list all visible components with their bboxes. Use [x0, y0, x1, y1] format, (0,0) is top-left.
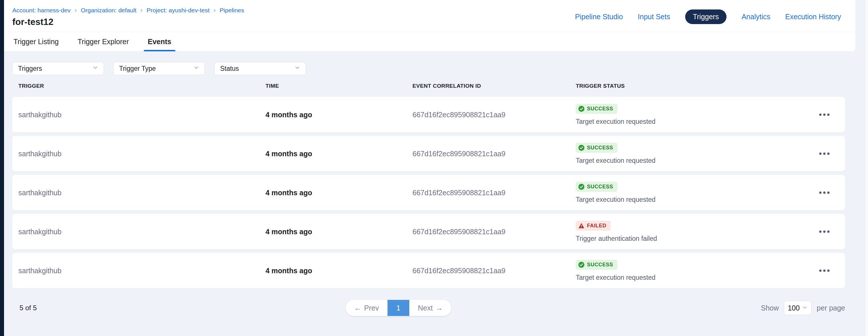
prev-label: Prev — [364, 304, 379, 312]
breadcrumb: Account: harness-dev › Organization: def… — [12, 7, 244, 14]
tab-events[interactable]: Events — [147, 32, 173, 51]
event-correlation-id: 667d16f2ec895908821c1aa9 — [412, 267, 576, 275]
tab-label: Trigger Listing — [13, 38, 59, 46]
filter-label: Trigger Type — [119, 65, 156, 72]
arrow-left-icon: ← — [354, 304, 361, 312]
status-detail: Target execution requested — [576, 196, 655, 204]
chevron-right-icon: › — [74, 7, 76, 14]
filter-bar: Triggers Trigger Type Status — [12, 62, 845, 75]
next-page-button[interactable]: Next → — [409, 300, 451, 316]
row-menu-cell — [805, 267, 845, 275]
breadcrumb-account-link[interactable]: Account: harness-dev — [12, 7, 71, 14]
column-header-trigger-status: TRIGGER STATUS — [576, 83, 805, 89]
table-header-row: TRIGGER TIME EVENT CORRELATION ID TRIGGE… — [12, 81, 845, 91]
column-header-event-correlation-id: EVENT CORRELATION ID — [412, 83, 576, 89]
breadcrumb-pipelines-link[interactable]: Pipelines — [220, 7, 244, 14]
status-label: SUCCESS — [587, 184, 613, 190]
chevron-down-icon — [802, 304, 808, 312]
event-correlation-id: 667d16f2ec895908821c1aa9 — [412, 189, 576, 197]
row-options-menu-button[interactable] — [818, 150, 831, 158]
check-circle-icon — [578, 145, 584, 151]
nav-input-sets-link[interactable]: Input Sets — [638, 12, 670, 21]
events-table-body: sarthakgithub 4 months ago 667d16f2ec895… — [12, 97, 845, 289]
status-badge: SUCCESS — [576, 104, 617, 114]
page-1-button[interactable]: 1 — [388, 300, 409, 316]
chevron-down-icon — [92, 65, 98, 72]
chevron-down-icon — [193, 65, 199, 72]
row-options-menu-button[interactable] — [818, 189, 831, 197]
breadcrumb-project-link[interactable]: Project: ayushi-dev-test — [147, 7, 210, 14]
trigger-status-cell: SUCCESS Target execution requested — [576, 104, 805, 126]
trigger-status-cell: SUCCESS Target execution requested — [576, 182, 805, 204]
event-time: 4 months ago — [266, 267, 412, 275]
chevron-right-icon: › — [214, 7, 216, 14]
status-detail: Target execution requested — [576, 274, 655, 281]
trigger-status-cell: SUCCESS Target execution requested — [576, 143, 805, 165]
tab-trigger-explorer[interactable]: Trigger Explorer — [76, 32, 130, 51]
row-options-menu-button[interactable] — [818, 111, 831, 119]
events-content: Triggers Trigger Type Status TRIGGER TIM… — [4, 52, 856, 316]
check-circle-icon — [578, 184, 584, 190]
trigger-status-cell: SUCCESS Target execution requested — [576, 260, 805, 281]
status-label: SUCCESS — [587, 145, 613, 151]
status-detail: Target execution requested — [576, 157, 655, 165]
breadcrumb-organization-link[interactable]: Organization: default — [81, 7, 136, 14]
tab-trigger-listing[interactable]: Trigger Listing — [12, 32, 60, 51]
per-page-label: per page — [817, 304, 845, 312]
show-label: Show — [761, 304, 779, 312]
column-header-time: TIME — [266, 83, 412, 89]
table-row: sarthakgithub 4 months ago 667d16f2ec895… — [12, 214, 845, 249]
page-header: Account: harness-dev › Organization: def… — [4, 0, 856, 32]
chevron-right-icon: › — [141, 7, 143, 14]
event-time: 4 months ago — [266, 111, 412, 119]
table-row: sarthakgithub 4 months ago 667d16f2ec895… — [12, 136, 845, 171]
row-menu-cell — [805, 228, 845, 236]
prev-page-button[interactable]: ← Prev — [346, 300, 388, 316]
warning-triangle-icon — [578, 223, 584, 229]
module-nav: Pipeline Studio Input Sets Triggers Anal… — [575, 9, 841, 24]
page-title: for-test12 — [12, 17, 244, 27]
left-nav-rail — [0, 0, 4, 336]
scrollbar-track[interactable] — [865, 0, 868, 336]
triggers-events-page: Account: harness-dev › Organization: def… — [4, 0, 856, 336]
nav-execution-history-link[interactable]: Execution History — [785, 12, 841, 21]
tab-label: Events — [148, 38, 172, 46]
pagination-bar: 5 of 5 ← Prev 1 Next → Show 100 per page — [12, 300, 845, 316]
check-circle-icon — [578, 106, 584, 112]
nav-triggers-link-active[interactable]: Triggers — [685, 9, 727, 24]
trigger-status-cell: FAILED Trigger authentication failed — [576, 221, 805, 242]
header-left: Account: harness-dev › Organization: def… — [12, 7, 244, 27]
event-correlation-id: 667d16f2ec895908821c1aa9 — [412, 228, 576, 236]
column-header-trigger: TRIGGER — [12, 83, 266, 89]
status-label: SUCCESS — [587, 262, 613, 268]
status-detail: Trigger authentication failed — [576, 235, 657, 242]
event-time: 4 months ago — [266, 228, 412, 236]
tab-label: Trigger Explorer — [78, 38, 129, 46]
table-row: sarthakgithub 4 months ago 667d16f2ec895… — [12, 97, 845, 132]
trigger-name: sarthakgithub — [12, 228, 266, 236]
triggers-filter-select[interactable]: Triggers — [12, 62, 104, 75]
row-options-menu-button[interactable] — [818, 267, 831, 275]
next-label: Next — [418, 304, 433, 312]
row-options-menu-button[interactable] — [818, 228, 831, 236]
filter-label: Triggers — [18, 65, 42, 72]
status-detail: Target execution requested — [576, 118, 655, 126]
nav-analytics-link[interactable]: Analytics — [741, 12, 770, 21]
tab-bar: Trigger Listing Trigger Explorer Events — [4, 32, 856, 52]
row-menu-cell — [805, 150, 845, 158]
pagination-controls: ← Prev 1 Next → — [346, 300, 452, 316]
status-badge: SUCCESS — [576, 260, 617, 270]
trigger-name: sarthakgithub — [12, 189, 266, 197]
filter-label: Status — [220, 65, 239, 72]
event-correlation-id: 667d16f2ec895908821c1aa9 — [412, 111, 576, 119]
status-filter-select[interactable]: Status — [214, 62, 306, 75]
nav-pipeline-studio-link[interactable]: Pipeline Studio — [575, 12, 623, 21]
chevron-down-icon — [294, 65, 301, 72]
event-time: 4 months ago — [266, 189, 412, 197]
check-circle-icon — [578, 262, 584, 268]
trigger-type-filter-select[interactable]: Trigger Type — [113, 62, 205, 75]
table-row: sarthakgithub 4 months ago 667d16f2ec895… — [12, 253, 845, 289]
status-label: FAILED — [587, 223, 607, 229]
page-size-select[interactable]: 100 — [784, 301, 811, 315]
trigger-name: sarthakgithub — [12, 267, 266, 275]
